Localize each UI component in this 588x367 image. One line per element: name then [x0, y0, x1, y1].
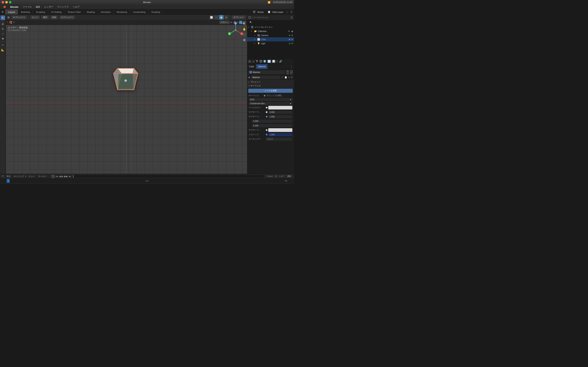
expand-icon[interactable]: ▾	[248, 26, 250, 28]
camera-item[interactable]: ▸ 📷 Camera ◉ 👁	[247, 33, 294, 37]
keying-menu[interactable]: キーイング	[13, 175, 25, 178]
use-nodes-btn[interactable]: ノードを使用	[248, 89, 293, 93]
close-button[interactable]	[2, 1, 4, 3]
frame-indicator[interactable]: 1	[7, 179, 10, 183]
view-menu[interactable]: ビュー	[30, 16, 40, 19]
render-menu[interactable]: レンダー	[43, 5, 55, 9]
viewport[interactable]: ⊞ オブジェクト ビュー 選択 追加 オブジェクト ⬜ ⬛ ◉ ☀ オプション …	[6, 15, 247, 174]
light-item[interactable]: ▸ 💡 Light ◉ 👁	[247, 42, 294, 45]
specular-value[interactable]: 2.91.0	[266, 138, 292, 141]
grid-icon[interactable]: ▦	[242, 38, 246, 42]
view-menu[interactable]: ビュー	[28, 175, 36, 178]
wireframe-btn[interactable]: ⬜	[209, 15, 214, 20]
material-name-field[interactable]: Material	[251, 76, 281, 79]
cube-restrict-render[interactable]: ◉	[289, 38, 290, 40]
expand-material-btn[interactable]: ⋯	[290, 70, 293, 75]
surface-shader-name[interactable]: プリンシプルBS...	[266, 94, 292, 97]
maximize-button[interactable]	[9, 1, 11, 3]
scene-dropdown[interactable]: 🎬	[253, 11, 256, 13]
minimize-button[interactable]	[5, 1, 8, 3]
ggx-dropdown[interactable]: GGX ▾	[249, 98, 292, 101]
collection-item[interactable]: ▾ 📁 Collection 👁 ◉	[247, 29, 294, 33]
material-tab[interactable]: Material	[256, 64, 268, 69]
add-menu[interactable]: 追加	[51, 16, 58, 19]
skip-start-btn[interactable]: ⏮	[56, 175, 58, 178]
cube-3d[interactable]	[107, 62, 142, 97]
help-menu[interactable]: ヘルプ	[71, 5, 81, 9]
viewlayer-icon[interactable]: 📋	[268, 11, 270, 13]
object-menu[interactable]: オブジェクト	[60, 16, 75, 19]
material-x-icon[interactable]: ✕	[288, 76, 290, 79]
collection-expand[interactable]: ▾	[251, 30, 253, 32]
tab-scripting[interactable]: Scripting	[148, 9, 163, 15]
material-settings-icon[interactable]: ☰	[291, 76, 293, 79]
play-btn[interactable]: ▶	[61, 175, 63, 178]
tab-sculpting[interactable]: Sculpting	[33, 9, 48, 15]
collection-render[interactable]: ◉	[291, 30, 293, 33]
window-menu[interactable]: ウィンドウ	[56, 5, 70, 9]
transform-icon[interactable]: ⟲	[13, 21, 15, 24]
tab-rendering[interactable]: Rendering	[114, 9, 130, 15]
props-physics-icon[interactable]: ⚛	[276, 60, 278, 63]
mode-dropdown[interactable]: オブジェクト	[11, 16, 27, 19]
subsurface-value1[interactable]: 0.000	[268, 111, 292, 114]
cube-item[interactable]: ▸ ⬜ Cube ◉ 👁	[247, 37, 294, 42]
file-menu[interactable]: ファイル	[21, 5, 33, 9]
props-material-icon[interactable]: ⬜	[267, 60, 271, 63]
frame-current-value[interactable]: 1	[274, 175, 278, 178]
apple-menu[interactable]: 🍎	[2, 5, 8, 8]
material-shield-icon[interactable]: 🛡	[281, 76, 284, 79]
base-color-swatch[interactable]	[268, 106, 292, 109]
subsurface-value2b[interactable]: 0.200	[252, 120, 292, 123]
light-expand[interactable]: ▸	[254, 42, 256, 44]
prev-frame-btn[interactable]: ◀	[59, 175, 61, 178]
light-visibility[interactable]: 👁	[291, 42, 293, 45]
frame-end-value[interactable]: 250	[286, 175, 292, 178]
christensen-dropdown[interactable]: Christensen-Bur... ▾	[249, 102, 292, 105]
props-view-icon[interactable]: 🔭	[255, 60, 259, 63]
snap-icon[interactable]: 🧲	[9, 21, 12, 24]
surface-section-header[interactable]: ▾ サーフェス	[247, 84, 294, 88]
subsurface-value2[interactable]: 1.000	[268, 115, 292, 118]
next-frame-btn[interactable]: ▶▶	[64, 175, 68, 178]
add-material-btn[interactable]: +	[286, 70, 289, 72]
measure-tool[interactable]: 📐	[1, 48, 5, 52]
blender-menu[interactable]: Blender	[9, 5, 20, 8]
object-tab[interactable]: Cube	[247, 64, 256, 69]
props-world-icon[interactable]: 🌍	[263, 60, 266, 63]
tab-uv-editing[interactable]: UV Editing	[48, 9, 65, 15]
camera-icon[interactable]: 🎥	[242, 32, 246, 37]
solid-btn[interactable]: ⬛	[214, 15, 219, 20]
proportional-icon[interactable]: ⚬	[7, 21, 8, 24]
viewport-type-selector[interactable]: ⊞	[7, 16, 10, 19]
props-constraints-icon[interactable]: 🔗	[279, 60, 282, 63]
tab-animation[interactable]: Animation	[98, 9, 114, 15]
camera-expand[interactable]: ▸	[254, 34, 256, 36]
grab-icon[interactable]: ✋	[242, 27, 246, 31]
transform-tool[interactable]: ✱	[1, 36, 5, 41]
props-output-icon[interactable]: 🖨	[252, 60, 255, 63]
stop-btn[interactable]: ⬛	[51, 175, 55, 178]
outliner-search-input[interactable]	[248, 21, 277, 24]
material-copy-icon[interactable]: 📋	[285, 76, 287, 79]
props-scene-icon[interactable]: 🎬	[259, 60, 262, 63]
annotate-tool[interactable]: ✏	[1, 43, 5, 47]
rendered-btn[interactable]: ☀	[224, 15, 228, 20]
filter-icon[interactable]: ☰	[291, 16, 293, 19]
material-slot[interactable]: Material	[248, 70, 285, 74]
marker-menu[interactable]: マーカー	[37, 175, 47, 178]
tab-shading[interactable]: Shading	[84, 9, 98, 15]
tab-modeling[interactable]: Modeling	[18, 9, 33, 15]
tab-compositing[interactable]: Compositing	[130, 9, 148, 15]
material-btn[interactable]: ◉	[219, 15, 224, 20]
scale-tool[interactable]: ⤢	[1, 32, 5, 36]
play-menu[interactable]: 再生	[6, 175, 11, 178]
settings-icon[interactable]: ☰	[290, 11, 292, 13]
cube-expand[interactable]: ▸	[254, 38, 256, 40]
props-data-icon[interactable]: 📊	[272, 60, 275, 63]
props-render-icon[interactable]: 🎥	[248, 60, 251, 63]
keying-arrow[interactable]: ▾	[25, 175, 26, 177]
tab-texture-paint[interactable]: Texture Paint	[65, 9, 84, 15]
add-workspace-icon[interactable]: +	[287, 11, 288, 13]
scene-collection-item[interactable]: ▾ 🎬 シーンコレクション	[247, 25, 294, 29]
